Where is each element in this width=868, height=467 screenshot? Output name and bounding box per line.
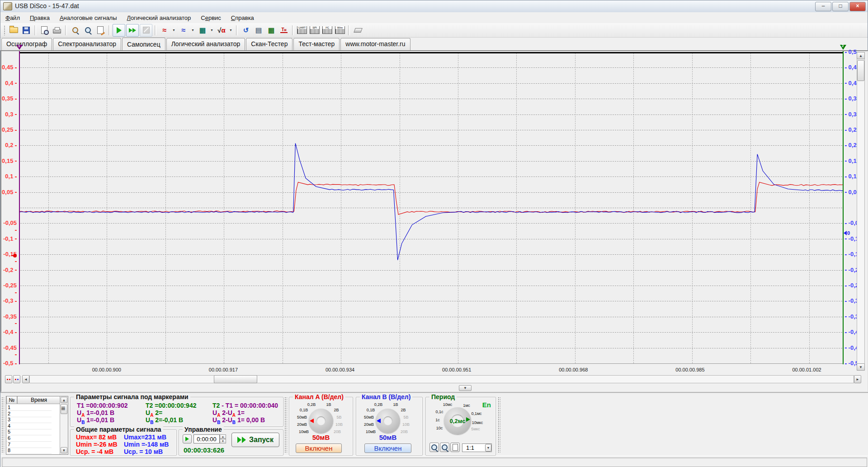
vscroll-up-button[interactable]: ▲ bbox=[857, 52, 865, 59]
menu-item-правка[interactable]: Правка bbox=[25, 13, 55, 23]
panel-collapse-button[interactable]: ▼ bbox=[459, 385, 472, 391]
maximize-button[interactable]: □ bbox=[832, 2, 849, 11]
tab-скан-тестер[interactable]: Скан-Тестер bbox=[246, 38, 292, 50]
new-view-button[interactable] bbox=[450, 443, 460, 452]
play-once-button[interactable] bbox=[183, 434, 192, 443]
clear-button[interactable] bbox=[352, 24, 364, 36]
print-preview-button[interactable] bbox=[38, 24, 50, 36]
run-continuous-button[interactable] bbox=[126, 24, 139, 37]
table-button[interactable]: ▦ bbox=[265, 24, 277, 36]
dropdown-arrow-button[interactable]: ▼ bbox=[171, 24, 177, 36]
channel-a-wave-button[interactable]: ≈ bbox=[159, 24, 170, 36]
tab-логический-анализатор[interactable]: Логический анализатор bbox=[166, 38, 245, 50]
math-function-button[interactable]: √α bbox=[216, 24, 227, 36]
menu-item-справка[interactable]: Справка bbox=[226, 13, 259, 23]
start-time-spinner[interactable]: ▲▼ bbox=[220, 434, 226, 443]
zoom-select-button[interactable] bbox=[82, 24, 94, 36]
table-scroll-thumb[interactable]: ≡ bbox=[61, 404, 67, 414]
refresh-button[interactable]: ↺ bbox=[240, 24, 252, 36]
channel-b-wave-button[interactable]: ≈ bbox=[178, 24, 189, 36]
vscroll-down-button[interactable]: ▼ bbox=[857, 363, 865, 371]
start-time-field[interactable]: 0:00:00 bbox=[193, 434, 220, 443]
tab-тест-мастер[interactable]: Тест-мастер bbox=[293, 38, 340, 50]
panel-grip[interactable] bbox=[498, 397, 500, 453]
clip-top-line bbox=[19, 52, 843, 53]
open-button[interactable] bbox=[8, 24, 19, 36]
tab-самописец[interactable]: Самописец bbox=[122, 38, 165, 51]
tab-спектроанализатор[interactable]: Спектроанализатор bbox=[53, 38, 121, 50]
table-row[interactable]: 7 bbox=[6, 442, 52, 448]
export-button[interactable] bbox=[94, 24, 106, 36]
save-button[interactable] bbox=[20, 24, 32, 36]
h-gridline bbox=[20, 239, 842, 239]
menu-item-сервис[interactable]: Сервис bbox=[196, 13, 226, 23]
time-axis-label: 00.00.00.985 bbox=[675, 367, 704, 372]
channel-b-zero-marker[interactable]: 0 bbox=[844, 230, 850, 236]
1wire-barcode-icon: Wire bbox=[335, 26, 345, 34]
column-header-time[interactable]: Время bbox=[17, 396, 61, 404]
vertical-scrollbar[interactable] bbox=[857, 52, 865, 371]
start-button[interactable]: Запуск bbox=[231, 433, 279, 447]
marker-params-title: Параметры сигнала под маркерами bbox=[74, 393, 190, 400]
report-button[interactable]: ▤ bbox=[253, 24, 264, 36]
left-axis-label: -0,15 bbox=[1, 251, 17, 264]
close-button[interactable]: × bbox=[849, 2, 866, 11]
uart-decoder-button[interactable]: UART bbox=[296, 24, 308, 36]
dropdown-arrow-button[interactable]: ▼ bbox=[209, 24, 215, 36]
minimize-button[interactable]: – bbox=[815, 2, 831, 11]
toolbar-grip[interactable] bbox=[4, 25, 6, 35]
menu-item-файл[interactable]: Файл bbox=[0, 13, 25, 23]
hscroll-thumb[interactable] bbox=[214, 375, 257, 383]
table-scrollbar[interactable]: ▲ ≡ ▼ bbox=[60, 396, 68, 454]
table-scroll-up[interactable]: ▲ bbox=[61, 397, 67, 403]
table-row[interactable]: 2 bbox=[6, 411, 52, 417]
tab-www.motor-master.ru[interactable]: www.motor-master.ru bbox=[340, 38, 410, 50]
i2c-decoder-button[interactable]: I²C bbox=[321, 24, 333, 36]
table-scroll-down[interactable]: ▼ bbox=[61, 447, 67, 453]
menu-item-аналоговые[interactable]: Аналоговые сигналы bbox=[55, 13, 122, 23]
hscroll-left-button[interactable]: ◄ bbox=[22, 375, 29, 383]
dropdown-arrow-button[interactable]: ▼ bbox=[190, 24, 196, 36]
left-axis-label: -0,3 bbox=[1, 297, 17, 304]
marker-b-color-button[interactable] bbox=[13, 375, 20, 383]
menu-item-логический[interactable]: Логический анализатор bbox=[122, 13, 196, 23]
run-button[interactable] bbox=[113, 24, 125, 37]
zoom-in-button[interactable] bbox=[429, 443, 439, 452]
table-row[interactable]: 5 bbox=[6, 429, 52, 435]
scale-select-arrow[interactable]: ▼ bbox=[485, 444, 491, 452]
common-params-group: Общие параметры сигнала Umax= 82 мВUmin … bbox=[70, 429, 177, 456]
time-axis-label: 00.00.00.968 bbox=[559, 367, 588, 372]
marker-1-line[interactable]: 1 bbox=[19, 51, 20, 364]
table-row[interactable]: 1 bbox=[6, 405, 52, 411]
tab-осциллограф[interactable]: Осциллограф bbox=[1, 38, 52, 50]
horizontal-scrollbar[interactable] bbox=[29, 375, 854, 383]
spi-decoder-button[interactable]: SPI bbox=[309, 24, 321, 36]
spin-down-icon[interactable]: ▼ bbox=[220, 439, 226, 443]
channel-a-enabled-button[interactable]: Включен bbox=[296, 443, 342, 453]
v-gridline bbox=[458, 53, 458, 363]
table-row[interactable]: 3 bbox=[6, 417, 52, 423]
calculator-button[interactable]: ▦ bbox=[197, 24, 208, 36]
hscroll-right-button[interactable]: ► bbox=[854, 375, 861, 383]
column-header-no[interactable]: № bbox=[6, 396, 17, 404]
signal-table[interactable]: № Время 12345678 ▲ ≡ ▼ bbox=[6, 396, 68, 455]
panel-grip[interactable] bbox=[284, 397, 287, 453]
marker-2-line[interactable]: 2 bbox=[843, 51, 844, 364]
stand-button[interactable]: Тн bbox=[278, 24, 290, 36]
vscroll-thumb[interactable] bbox=[857, 60, 864, 81]
marker-param-value: UB 2-UB 1= 0,00 В bbox=[212, 416, 265, 425]
spin-up-icon[interactable]: ▲ bbox=[220, 434, 226, 439]
zoom-out-button[interactable] bbox=[440, 443, 449, 452]
marker-a-color-button[interactable] bbox=[5, 375, 12, 383]
onewire-decoder-button[interactable]: Wire bbox=[334, 24, 346, 36]
channel-b-enabled-button[interactable]: Включен bbox=[364, 443, 411, 453]
panel-grip[interactable] bbox=[1, 397, 4, 453]
table-row[interactable]: 6 bbox=[6, 435, 52, 442]
dropdown-arrow-button[interactable]: ▼ bbox=[228, 24, 234, 36]
channel-b-stat: Umin =-148 мВ bbox=[124, 441, 169, 448]
table-row[interactable]: 8 bbox=[6, 448, 52, 454]
table-row[interactable]: 4 bbox=[6, 423, 52, 429]
zoom-in-button[interactable] bbox=[69, 24, 81, 36]
channel-a-zero-marker[interactable] bbox=[11, 254, 18, 257]
print-button[interactable] bbox=[51, 24, 63, 36]
